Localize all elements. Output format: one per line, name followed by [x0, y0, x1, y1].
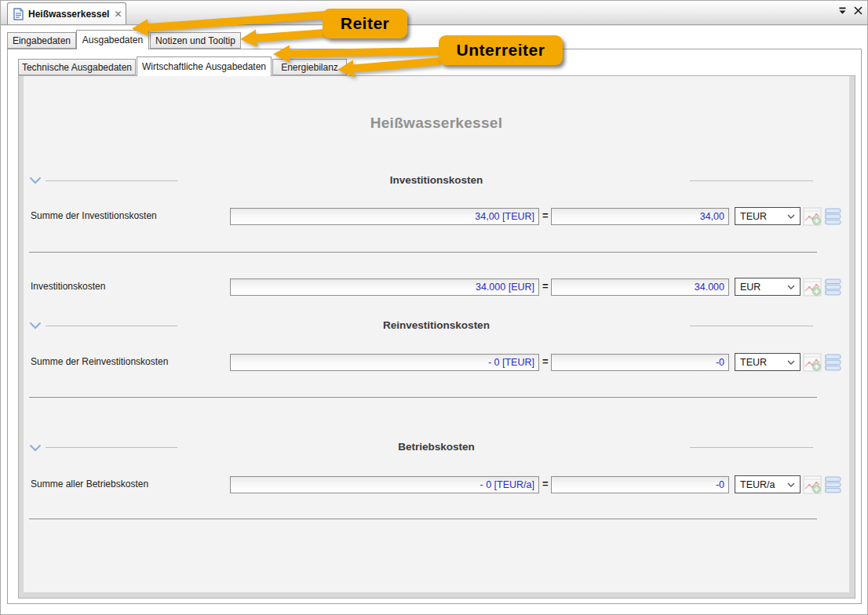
section-rule-right [690, 180, 813, 181]
subtab-energiebilanz[interactable]: Energiebilanz [272, 59, 347, 75]
result-value-field[interactable] [551, 354, 729, 371]
unit-dropdown[interactable]: TEUR [735, 353, 801, 371]
unit-dropdown[interactable]: EUR [735, 278, 801, 296]
equals-sign: = [542, 355, 549, 367]
group-divider [29, 519, 817, 519]
row-label: Investitionskosten [31, 281, 105, 292]
equals-sign: = [542, 280, 549, 292]
list-rows-icon[interactable] [825, 353, 844, 372]
chevron-down-icon [787, 360, 795, 365]
row-label: Summe aller Betriebskosten [31, 479, 148, 489]
unit-dropdown[interactable]: TEUR [735, 207, 801, 225]
unit-dropdown[interactable]: TEUR/a [735, 475, 801, 493]
document-tab-title: Heißwasserkessel [28, 9, 109, 20]
group-divider [29, 397, 817, 398]
application-window: Heißwasserkessel ✕ Eingabedaten Ausgabed… [0, 0, 868, 615]
add-chart-icon[interactable] [803, 353, 822, 372]
unit-dropdown-value: TEUR [740, 357, 767, 368]
formula-value-field[interactable] [230, 476, 539, 493]
tab-notizen-und-tooltip[interactable]: Notizen und Tooltip [150, 32, 241, 49]
tab-ausgabedaten[interactable]: Ausgabedaten [76, 30, 149, 49]
chevron-down-icon [787, 285, 795, 289]
tab-eingabedaten[interactable]: Eingabedaten [7, 32, 76, 49]
document-icon [13, 8, 24, 20]
result-value-field[interactable] [551, 476, 729, 493]
equals-sign: = [542, 478, 549, 489]
formula-value-field[interactable] [230, 354, 539, 371]
chevron-down-icon [787, 214, 795, 219]
group-divider [29, 252, 817, 253]
section-rule-right [690, 326, 813, 326]
add-chart-icon[interactable] [803, 475, 822, 494]
subtab-technische-ausgabedaten[interactable]: Technische Ausgabedaten [18, 59, 136, 75]
callout-reiter: Reiter [323, 9, 407, 38]
tab-list-menu-icon[interactable] [838, 7, 847, 15]
callout-unterreiter: Unterreiter [439, 35, 563, 65]
arrow-to-tab-notizen [257, 33, 326, 38]
add-chart-icon[interactable] [803, 278, 822, 297]
formula-value-field[interactable] [230, 278, 539, 296]
panel-close-icon[interactable] [854, 6, 863, 15]
unit-dropdown-value: TEUR/a [740, 479, 775, 490]
equals-sign: = [542, 209, 549, 221]
list-rows-icon[interactable] [825, 475, 844, 494]
row-label: Summe der Reinvestitionskosten [31, 356, 168, 367]
document-tab-heisswasserkessel[interactable]: Heißwasserkessel ✕ [7, 2, 126, 24]
unit-dropdown-value: TEUR [740, 211, 767, 222]
list-rows-icon[interactable] [825, 278, 844, 297]
add-chart-icon[interactable] [803, 207, 822, 226]
document-tab-bar [1, 1, 867, 25]
section-rule-right [690, 447, 813, 448]
result-value-field[interactable] [551, 208, 729, 225]
result-value-field[interactable] [551, 278, 729, 296]
page-title: Heißwasserkessel [24, 115, 849, 132]
formula-value-field[interactable] [230, 208, 539, 225]
document-tab-close-icon[interactable]: ✕ [114, 9, 122, 19]
row-label: Summe der Investitionskosten [31, 210, 157, 221]
chevron-down-icon [787, 482, 795, 487]
unit-dropdown-value: EUR [740, 282, 760, 293]
list-rows-icon[interactable] [825, 207, 844, 226]
subtab-wirtschaftliche-ausgabedaten[interactable]: Wirtschaftliche Ausgabedaten [137, 56, 272, 76]
subtab-page-wirtschaftliche-ausgabedaten [24, 76, 849, 592]
